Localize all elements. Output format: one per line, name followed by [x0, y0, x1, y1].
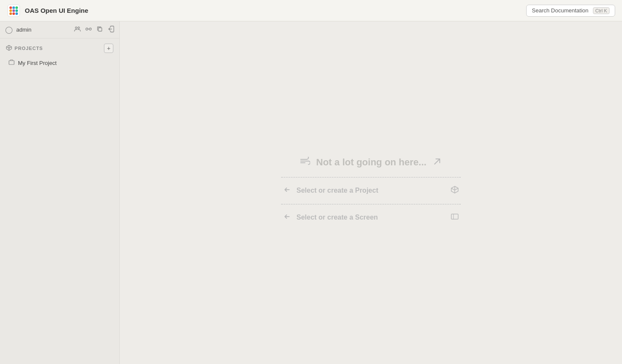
projects-list: My First Project — [0, 56, 119, 70]
project-item-my-first-project[interactable]: My First Project — [3, 56, 117, 70]
projects-section-label: PROJECTS — [15, 46, 43, 51]
copy-icon[interactable] — [96, 26, 103, 34]
select-project-row[interactable]: Select or create a Project — [281, 179, 461, 202]
svg-rect-15 — [98, 28, 102, 31]
search-documentation-button[interactable]: Search Documentation Ctrl K — [526, 5, 615, 17]
separator-1 — [281, 177, 461, 178]
add-icon: + — [107, 45, 110, 52]
search-doc-label: Search Documentation — [532, 7, 588, 14]
user-actions — [74, 26, 114, 34]
select-project-label: Select or create a Project — [296, 187, 378, 194]
select-screen-label: Select or create a Screen — [296, 214, 378, 221]
app-header: OAS Open UI Engine Search Documentation … — [0, 0, 622, 21]
sidebar: ◯ admin — [0, 21, 120, 364]
project-cube-icon — [450, 185, 459, 196]
username-label: admin — [16, 26, 71, 33]
svg-point-1 — [9, 6, 12, 9]
header-left: OAS Open UI Engine — [7, 4, 88, 18]
main-layout: ◯ admin — [0, 21, 622, 364]
add-project-button[interactable]: + — [104, 44, 113, 53]
wind-icon — [300, 157, 310, 168]
svg-point-13 — [89, 28, 92, 30]
app-title: OAS Open UI Engine — [25, 7, 88, 14]
logout-icon[interactable] — [107, 26, 114, 34]
connect-icon[interactable] — [85, 26, 92, 34]
svg-point-5 — [12, 9, 15, 12]
projects-cube-icon — [6, 45, 12, 52]
project-item-label: My First Project — [18, 60, 56, 66]
step1-arrow-icon — [283, 185, 291, 196]
user-row: ◯ admin — [0, 21, 119, 38]
svg-point-6 — [15, 9, 18, 12]
user-icon: ◯ — [5, 26, 13, 34]
projects-label: PROJECTS — [6, 45, 43, 52]
svg-point-9 — [15, 12, 18, 15]
svg-point-4 — [9, 9, 12, 12]
svg-point-3 — [15, 6, 18, 9]
empty-state: Not a lot going on here... S — [281, 157, 461, 229]
svg-point-12 — [86, 28, 88, 30]
svg-rect-17 — [451, 214, 458, 219]
project-item-icon — [9, 59, 15, 67]
main-content: Not a lot going on here... S — [120, 21, 622, 364]
svg-point-8 — [12, 12, 15, 15]
separator-2 — [281, 204, 461, 205]
diagonal-arrow-icon — [432, 157, 442, 168]
empty-title-text: Not a lot going on here... — [316, 157, 427, 168]
projects-header: PROJECTS + — [0, 38, 119, 56]
screen-icon — [450, 212, 459, 223]
team-settings-icon[interactable] — [74, 26, 81, 34]
svg-point-10 — [75, 27, 77, 29]
empty-title-row: Not a lot going on here... — [300, 157, 442, 168]
svg-point-11 — [78, 27, 80, 29]
svg-point-7 — [9, 12, 12, 15]
svg-rect-16 — [9, 61, 14, 65]
search-shortcut-badge: Ctrl K — [593, 7, 610, 14]
step2-arrow-icon — [283, 212, 291, 223]
step2-left: Select or create a Screen — [283, 212, 378, 223]
app-logo — [7, 4, 21, 18]
svg-point-2 — [12, 6, 15, 9]
select-screen-row[interactable]: Select or create a Screen — [281, 206, 461, 229]
step1-left: Select or create a Project — [283, 185, 378, 196]
